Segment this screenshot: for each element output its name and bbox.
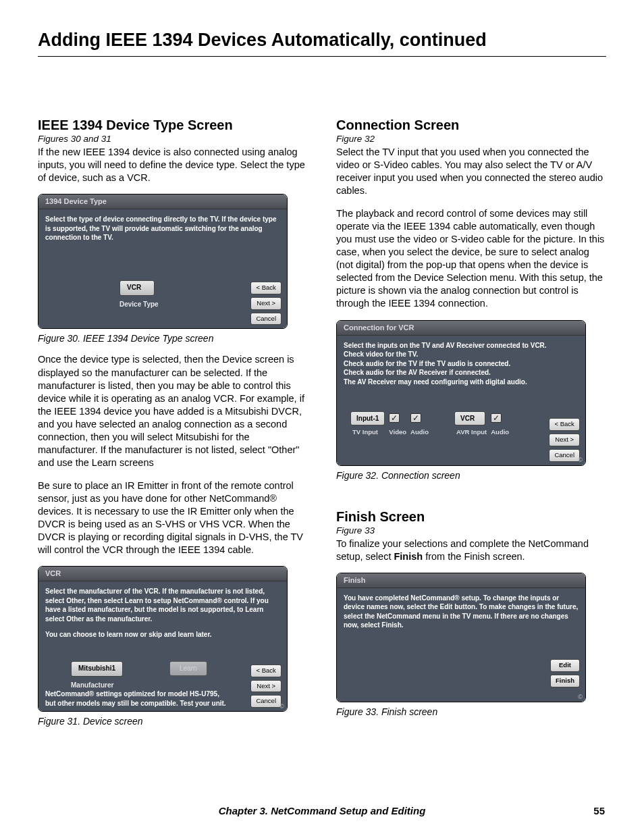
- next-button[interactable]: Next >: [250, 297, 281, 310]
- copyright-icon: ©: [578, 693, 583, 701]
- avr-input-select[interactable]: VCR: [454, 411, 485, 426]
- paragraph: Once the device type is selected, then t…: [38, 353, 306, 469]
- paragraph: The playback and record control of some …: [336, 207, 605, 311]
- back-button[interactable]: < Back: [250, 664, 281, 677]
- cancel-button[interactable]: Cancel: [250, 695, 281, 708]
- screenshot-connection: Connection for VCR Select the inputs on …: [336, 320, 586, 466]
- paragraph: To finalize your selections and complete…: [336, 538, 605, 563]
- panel-instructions-2: You can choose to learn now or skip and …: [45, 630, 280, 640]
- panel-instructions: You have completed NetCommand® setup. To…: [344, 594, 579, 630]
- manufacturer-label: Manufacturer: [71, 681, 123, 690]
- copyright-icon: ©: [279, 702, 284, 710]
- panel-instructions: Select the type of device connecting dir…: [45, 215, 280, 242]
- figure-caption: Figure 30. IEEE 1394 Device Type screen: [38, 333, 306, 344]
- back-button[interactable]: < Back: [250, 282, 281, 294]
- panel-note: NetCommand® settings optimized for model…: [45, 689, 227, 708]
- panel-title: VCR: [38, 567, 287, 581]
- figure-ref: Figures 30 and 31: [38, 134, 306, 144]
- chapter-footer: Chapter 3. NetCommand Setup and Editing: [0, 805, 644, 816]
- copyright-icon: ©: [578, 456, 583, 464]
- tv-input-label: TV Input: [350, 428, 385, 437]
- figure-caption: Figure 31. Device screen: [38, 716, 306, 727]
- paragraph: If the new IEEE 1394 device is also conn…: [38, 146, 306, 184]
- screenshot-device: VCR Select the manufacturer of the VCR. …: [38, 566, 288, 712]
- next-button[interactable]: Next >: [250, 680, 281, 693]
- avr-input-label: AVR Input: [454, 428, 487, 437]
- screenshot-finish: Finish You have completed NetCommand® se…: [336, 573, 586, 702]
- tv-input-select[interactable]: Input-1: [350, 411, 385, 426]
- audio-col-label: Audio: [410, 428, 429, 437]
- page-number: 55: [593, 805, 605, 816]
- left-column: IEEE 1394 Device Type Screen Figures 30 …: [38, 118, 306, 736]
- avr-audio-checkbox[interactable]: [491, 413, 502, 423]
- paragraph: Select the TV input that you used when y…: [336, 146, 605, 198]
- next-button[interactable]: Next >: [549, 434, 580, 446]
- audio-checkbox[interactable]: [410, 413, 421, 423]
- cancel-button[interactable]: Cancel: [549, 449, 580, 462]
- device-type-select[interactable]: VCR: [119, 280, 155, 296]
- section-heading-finish: Finish Screen: [336, 509, 605, 525]
- figure-ref: Figure 33: [336, 525, 605, 536]
- figure-caption: Figure 33. Finish screen: [336, 706, 605, 717]
- avr-audio-col-label: Audio: [491, 428, 509, 437]
- page-title: Adding IEEE 1394 Devices Automatically, …: [38, 30, 606, 51]
- panel-title: Connection for VCR: [337, 321, 585, 336]
- video-checkbox[interactable]: [389, 413, 400, 423]
- learn-button[interactable]: Learn: [169, 661, 207, 676]
- figure-ref: Figure 32: [336, 134, 605, 144]
- back-button[interactable]: < Back: [549, 418, 580, 431]
- video-col-label: Video: [389, 428, 406, 437]
- panel-title: 1394 Device Type: [38, 194, 287, 209]
- right-column: Connection Screen Figure 32 Select the T…: [336, 118, 605, 736]
- paragraph: Be sure to place an IR Emitter in front …: [38, 479, 306, 557]
- manufacturer-select[interactable]: Mitsubishi1: [71, 661, 123, 677]
- edit-button[interactable]: Edit: [550, 659, 580, 672]
- horizontal-rule: [38, 56, 606, 57]
- screenshot-device-type: 1394 Device Type Select the type of devi…: [38, 194, 288, 329]
- section-heading-connection: Connection Screen: [336, 118, 605, 133]
- cancel-button[interactable]: Cancel: [250, 313, 281, 325]
- panel-instructions: Select the manufacturer of the VCR. If t…: [45, 587, 280, 623]
- figure-caption: Figure 32. Connection screen: [336, 470, 605, 481]
- panel-title: Finish: [337, 573, 585, 588]
- finish-button[interactable]: Finish: [550, 675, 580, 687]
- device-type-label: Device Type: [119, 300, 159, 309]
- panel-instructions: Select the inputs on the TV and AV Recei…: [344, 341, 579, 387]
- section-heading-device-type: IEEE 1394 Device Type Screen: [38, 118, 306, 133]
